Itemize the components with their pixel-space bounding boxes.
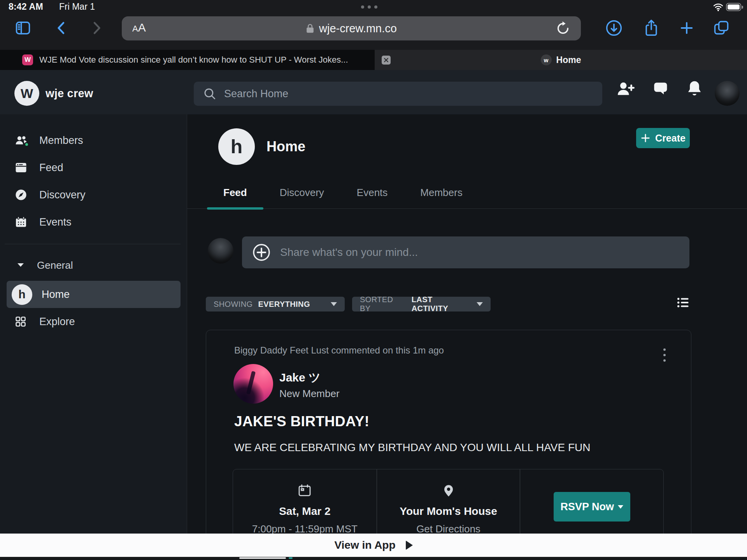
section-label: General bbox=[37, 259, 73, 271]
event-date: Sat, Mar 2 bbox=[279, 505, 330, 518]
search-icon bbox=[203, 87, 216, 100]
tab-home-title: Home bbox=[556, 55, 581, 65]
sidebar-item-label: Explore bbox=[39, 316, 75, 328]
tab-discovery[interactable]: Discovery bbox=[263, 177, 340, 208]
sidebar-item-label: Members bbox=[39, 135, 83, 147]
sidebar-section-general[interactable]: General bbox=[0, 252, 187, 279]
sidebar-item-home[interactable]: h Home bbox=[7, 281, 181, 308]
post-author-avatar[interactable] bbox=[233, 364, 273, 404]
bottom-strip bbox=[0, 557, 747, 560]
sidebar-item-label: Feed bbox=[39, 162, 63, 174]
caret-down-icon bbox=[618, 505, 623, 509]
compass-icon bbox=[14, 188, 28, 201]
tab-label: Members bbox=[420, 187, 462, 199]
multitask-dots[interactable] bbox=[361, 5, 377, 9]
tab-active[interactable]: W WJE Mod Vote discussion since yall don… bbox=[0, 50, 375, 70]
composer-input[interactable] bbox=[280, 246, 679, 259]
tab-feed[interactable]: Feed bbox=[207, 177, 263, 208]
main-content: h Home Create Feed Discovery Events Memb… bbox=[187, 114, 747, 534]
sidebar-toggle-button[interactable] bbox=[14, 19, 32, 37]
view-in-app-bar[interactable]: View in App bbox=[0, 534, 747, 557]
list-view-icon[interactable] bbox=[676, 295, 691, 310]
event-location: Your Mom's House bbox=[400, 505, 497, 518]
tab-label: Feed bbox=[223, 187, 247, 199]
tabs-overview-icon[interactable] bbox=[713, 19, 730, 37]
tab-label: Events bbox=[357, 187, 388, 199]
battery-icon bbox=[726, 3, 743, 12]
rsvp-button[interactable]: RSVP Now bbox=[554, 492, 630, 522]
showing-filter-dropdown[interactable]: SHOWING EVERYTHING bbox=[206, 297, 345, 312]
status-time: 8:42 AM bbox=[9, 2, 43, 12]
composer-avatar[interactable] bbox=[208, 238, 233, 264]
home-space-icon: h bbox=[12, 284, 32, 305]
sidebar-divider bbox=[5, 244, 181, 244]
chevron-down-icon bbox=[16, 261, 25, 269]
sidebar-item-members[interactable]: Members bbox=[0, 127, 187, 154]
back-icon[interactable] bbox=[54, 20, 69, 36]
sidebar: Members Feed Discovery Events General bbox=[0, 114, 187, 534]
reload-icon[interactable] bbox=[555, 21, 571, 36]
notifications-icon[interactable] bbox=[686, 79, 703, 98]
post-composer[interactable] bbox=[242, 236, 689, 268]
page-fragment bbox=[289, 557, 293, 559]
user-avatar[interactable] bbox=[715, 81, 740, 106]
sidebar-item-explore[interactable]: Explore bbox=[0, 308, 187, 335]
tab-members[interactable]: Members bbox=[404, 177, 479, 208]
tab-strip: W WJE Mod Vote discussion since yall don… bbox=[0, 50, 747, 70]
filter-value: LAST ACTIVITY bbox=[412, 295, 471, 313]
tab-events[interactable]: Events bbox=[340, 177, 404, 208]
members-icon bbox=[14, 135, 28, 146]
chat-icon[interactable] bbox=[651, 80, 669, 97]
post-body: WE ARE CELEBRATING MY BIRTHDAY AND YOU W… bbox=[234, 441, 590, 454]
tab-favicon: W bbox=[22, 54, 33, 65]
post-author-name[interactable]: Jake ツ bbox=[279, 370, 321, 386]
search-input[interactable] bbox=[224, 88, 593, 100]
url-display[interactable]: wje-crew.mn.co bbox=[122, 16, 581, 40]
filter-prefix: SORTED BY bbox=[360, 295, 406, 313]
rsvp-label: RSVP Now bbox=[560, 501, 614, 513]
status-date: Fri Mar 1 bbox=[59, 2, 95, 12]
sidebar-item-discovery[interactable]: Discovery bbox=[0, 181, 187, 208]
sorted-filter-dropdown[interactable]: SORTED BY LAST ACTIVITY bbox=[352, 297, 491, 312]
view-in-app-label: View in App bbox=[334, 539, 395, 551]
caret-down-icon bbox=[331, 302, 337, 306]
tab-home[interactable]: w Home bbox=[375, 50, 747, 70]
grid-icon bbox=[14, 315, 28, 328]
tab-home-favicon: w bbox=[541, 54, 552, 65]
space-avatar: h bbox=[218, 128, 255, 165]
search-bar[interactable] bbox=[194, 82, 602, 106]
sidebar-item-label: Discovery bbox=[39, 189, 86, 201]
sidebar-item-label: Home bbox=[42, 289, 70, 301]
post-card: Biggy Daddy Feet Lust commented on this … bbox=[206, 330, 691, 560]
sidebar-item-label: Events bbox=[39, 216, 72, 228]
post-title[interactable]: JAKE'S BIRTHDAY! bbox=[234, 413, 369, 430]
plus-icon bbox=[640, 133, 651, 143]
community-name[interactable]: wje crew bbox=[46, 87, 93, 100]
new-tab-icon[interactable] bbox=[679, 20, 695, 36]
forward-icon[interactable] bbox=[89, 20, 104, 36]
caret-down-icon bbox=[477, 302, 483, 306]
browser-chrome: 8:42 AM Fri Mar 1 AA wje-crew.mn.co bbox=[0, 0, 747, 50]
online-dot bbox=[24, 142, 29, 147]
screen: 8:42 AM Fri Mar 1 AA wje-crew.mn.co bbox=[0, 0, 747, 560]
filter-prefix: SHOWING bbox=[214, 300, 253, 309]
calendar-icon bbox=[14, 215, 28, 229]
url-text: wje-crew.mn.co bbox=[319, 22, 397, 35]
sidebar-item-events[interactable]: Events bbox=[0, 208, 187, 236]
feed-icon bbox=[14, 161, 28, 174]
post-menu-icon[interactable] bbox=[657, 344, 672, 366]
filter-value: EVERYTHING bbox=[258, 300, 310, 309]
page-title: Home bbox=[267, 138, 305, 155]
lock-icon bbox=[306, 23, 314, 33]
community-logo[interactable]: W bbox=[14, 81, 39, 106]
post-author-badge: New Member bbox=[279, 388, 340, 400]
tab-title: WJE Mod Vote discussion since yall don’t… bbox=[39, 55, 348, 65]
download-icon[interactable] bbox=[605, 19, 622, 37]
share-icon[interactable] bbox=[643, 19, 660, 37]
wifi-icon bbox=[713, 2, 724, 12]
create-button[interactable]: Create bbox=[636, 128, 690, 148]
sidebar-item-feed[interactable]: Feed bbox=[0, 154, 187, 181]
tab-label: Discovery bbox=[280, 187, 324, 199]
invite-member-icon[interactable] bbox=[616, 80, 635, 98]
calendar-small-icon bbox=[297, 483, 312, 498]
